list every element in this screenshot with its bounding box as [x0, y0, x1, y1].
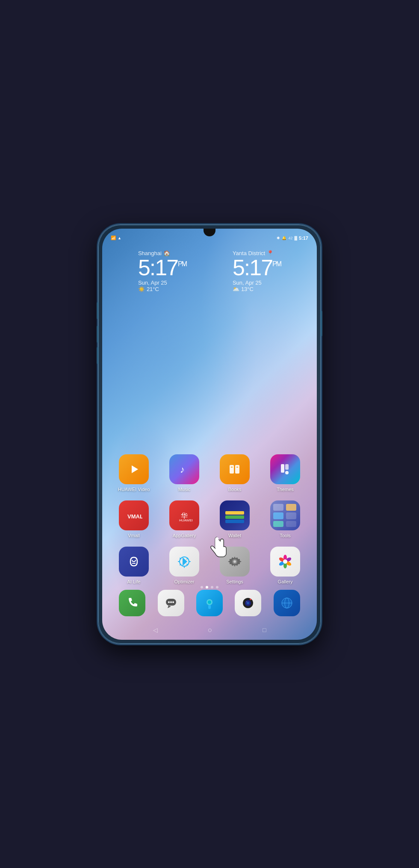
- settings-label: Settings: [226, 579, 243, 584]
- phone-icon: [119, 590, 145, 616]
- dock-browser[interactable]: [274, 590, 300, 616]
- app-tools[interactable]: Tools: [262, 500, 308, 538]
- clock-date-2: Sun, Apr 25: [233, 280, 281, 286]
- svg-rect-16: [286, 504, 296, 511]
- svg-rect-2: [230, 465, 234, 474]
- svg-rect-15: [273, 504, 283, 511]
- svg-point-37: [170, 601, 172, 603]
- svg-point-46: [246, 601, 247, 602]
- page-dots: [201, 586, 218, 588]
- nav-bar: ◁ ○ □: [102, 626, 317, 635]
- browser-icon: [274, 590, 300, 616]
- wallet-icon: [220, 500, 250, 530]
- app-vmall[interactable]: VMALL Vmall: [111, 500, 157, 538]
- page-dot-4: [216, 586, 218, 588]
- camera-icon: [235, 590, 261, 616]
- svg-rect-3: [235, 465, 239, 474]
- svg-text:HUAWEI: HUAWEI: [179, 518, 193, 522]
- dock-support[interactable]: [196, 590, 223, 616]
- huawei-video-icon: [119, 454, 149, 484]
- svg-rect-5: [236, 467, 238, 468]
- svg-rect-4: [231, 467, 233, 468]
- messages-icon: [158, 590, 184, 616]
- sim-icon: 📶: [111, 235, 116, 240]
- svg-rect-18: [286, 512, 296, 519]
- svg-rect-13: [225, 515, 244, 519]
- svg-rect-7: [285, 464, 289, 470]
- pin-icon: 📍: [267, 250, 274, 256]
- gallery-label: Gallery: [278, 579, 293, 584]
- svg-point-8: [285, 471, 289, 474]
- clock-area: Shanghai 🏠 5:17PM Sun, Apr 25 ☀️ 21°C Ya…: [102, 250, 317, 292]
- clock-widget-yanta: Yanta District 📍 5:17PM Sun, Apr 25 🌥️ 1…: [233, 250, 281, 292]
- back-button[interactable]: ◁: [153, 627, 158, 633]
- gallery-icon: [270, 547, 300, 577]
- vmall-label: Vmall: [128, 533, 140, 538]
- dock-phone[interactable]: [119, 590, 145, 616]
- clock-date-1: Sun, Apr 25: [138, 280, 186, 286]
- app-appgallery[interactable]: 华 HUAWEI AppGallery: [161, 500, 207, 538]
- page-dot-1: [201, 586, 203, 588]
- svg-text:VMALL: VMALL: [127, 513, 142, 520]
- svg-point-34: [283, 559, 287, 564]
- app-music[interactable]: ♪ Music: [161, 454, 207, 492]
- books-label: Books: [228, 487, 242, 492]
- svg-marker-22: [183, 557, 187, 566]
- svg-point-40: [208, 600, 211, 604]
- app-ai-life[interactable]: AI Life: [111, 547, 157, 584]
- page-dot-2: [206, 586, 208, 588]
- app-gallery[interactable]: Gallery: [262, 547, 308, 584]
- phone-device: 📶 ▲ ✱ 🔔 42 ▓ 5:17 Shanghai 🏠 5:17PM: [98, 225, 321, 644]
- app-themes[interactable]: Themes: [262, 454, 308, 492]
- clock-time-2: 5:17PM: [233, 256, 281, 279]
- app-wallet[interactable]: Wallet: [212, 500, 258, 538]
- status-time: 5:17: [299, 235, 308, 241]
- wifi-icon: ▲: [118, 236, 121, 240]
- svg-rect-17: [273, 512, 283, 519]
- svg-rect-19: [273, 521, 283, 527]
- clock-city-2: Yanta District 📍: [233, 250, 281, 256]
- svg-rect-12: [225, 511, 244, 515]
- bell-icon: 🔔: [282, 236, 286, 240]
- clock-time-1: 5:17PM: [138, 256, 186, 279]
- bluetooth-icon: ✱: [277, 236, 280, 240]
- dock-camera[interactable]: [235, 590, 261, 616]
- music-icon: ♪: [169, 454, 199, 484]
- svg-point-45: [247, 602, 249, 604]
- app-grid: HUAWEI Video ♪ Music: [102, 454, 317, 584]
- svg-rect-41: [208, 605, 211, 609]
- themes-label: Themes: [277, 487, 294, 492]
- recents-button[interactable]: □: [263, 627, 266, 633]
- appgallery-icon: 华 HUAWEI: [169, 500, 199, 530]
- page-dot-3: [211, 586, 213, 588]
- ai-life-icon: [119, 547, 149, 577]
- svg-point-36: [168, 601, 170, 603]
- home-icon: 🏠: [163, 250, 170, 256]
- music-label: Music: [178, 487, 191, 492]
- battery-level: 42: [288, 236, 292, 240]
- clock-weather-2: 🌥️ 13°C: [233, 286, 281, 292]
- phone-screen: 📶 ▲ ✱ 🔔 42 ▓ 5:17 Shanghai 🏠 5:17PM: [102, 229, 317, 640]
- clock-weather-1: ☀️ 21°C: [138, 286, 186, 292]
- ai-life-label: AI Life: [127, 579, 140, 584]
- status-left: 📶 ▲: [111, 235, 121, 240]
- tools-label: Tools: [280, 533, 291, 538]
- battery-icon: ▓: [294, 236, 297, 240]
- weather-icon-1: ☀️: [138, 286, 145, 292]
- optimizer-icon: [169, 547, 199, 577]
- svg-text:♪: ♪: [180, 464, 185, 475]
- wallet-label: Wallet: [228, 533, 241, 538]
- svg-point-38: [172, 601, 174, 603]
- appgallery-label: AppGallery: [173, 533, 196, 538]
- app-optimizer[interactable]: Optimizer: [161, 547, 207, 584]
- svg-rect-47: [250, 599, 251, 600]
- svg-rect-6: [281, 464, 284, 473]
- svg-marker-0: [132, 465, 138, 473]
- app-books[interactable]: Books: [212, 454, 258, 492]
- weather-icon-2: 🌥️: [233, 286, 239, 292]
- app-huawei-video[interactable]: HUAWEI Video: [111, 454, 157, 492]
- home-button[interactable]: ○: [208, 626, 212, 635]
- svg-rect-20: [286, 521, 296, 527]
- svg-point-26: [233, 560, 236, 563]
- dock-messages[interactable]: [158, 590, 184, 616]
